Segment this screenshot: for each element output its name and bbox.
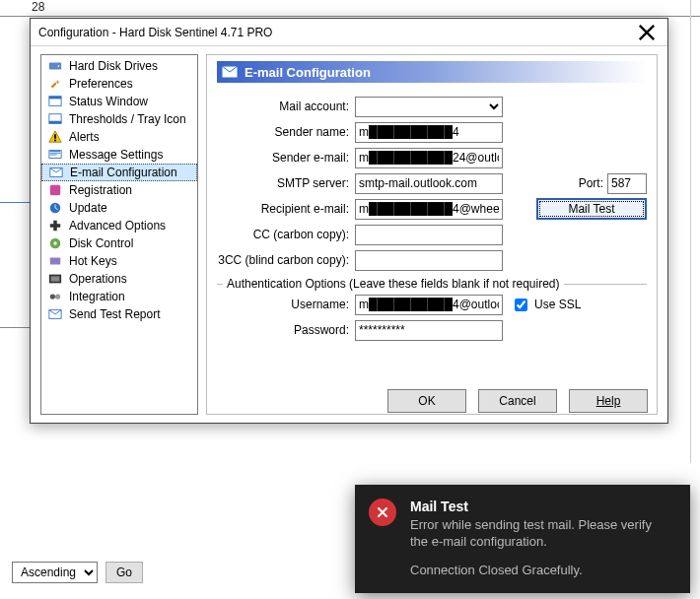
help-button[interactable]: Help bbox=[569, 389, 648, 413]
disk-control-icon bbox=[47, 235, 63, 251]
bcc-input[interactable] bbox=[355, 250, 503, 271]
nav-status-window[interactable]: Status Window bbox=[41, 93, 197, 110]
svg-point-1 bbox=[58, 65, 60, 67]
mail-account-select[interactable] bbox=[355, 97, 503, 117]
advanced-icon bbox=[47, 218, 63, 233]
registration-icon bbox=[47, 182, 63, 198]
nav-registration[interactable]: Registration bbox=[41, 181, 197, 199]
sender-name-input[interactable] bbox=[355, 122, 503, 143]
update-icon bbox=[47, 200, 63, 216]
message-icon bbox=[47, 147, 63, 163]
go-button[interactable]: Go bbox=[105, 562, 143, 583]
dialog-title: Configuration - Hard Disk Sentinel 4.71 … bbox=[38, 26, 272, 39]
password-input[interactable] bbox=[355, 320, 503, 341]
hotkeys-icon bbox=[47, 253, 63, 269]
cancel-button[interactable]: Cancel bbox=[478, 389, 557, 413]
sender-email-input[interactable] bbox=[355, 148, 503, 168]
svg-rect-5 bbox=[49, 121, 61, 124]
svg-rect-18 bbox=[51, 276, 60, 281]
svg-rect-6 bbox=[54, 134, 56, 138]
port-label: Port: bbox=[579, 176, 603, 190]
window-icon bbox=[47, 94, 63, 109]
wrench-icon bbox=[47, 76, 63, 92]
recipient-email-label: Recipient e-mail: bbox=[217, 202, 355, 216]
background-number: 28 bbox=[32, 0, 44, 14]
svg-rect-7 bbox=[54, 140, 56, 142]
svg-point-19 bbox=[50, 294, 55, 299]
nav-hard-disk-drives[interactable]: Hard Disk Drives bbox=[41, 57, 197, 75]
close-button[interactable] bbox=[632, 23, 662, 42]
nav-send-test-report[interactable]: Send Test Report bbox=[41, 305, 197, 323]
nav-hot-keys[interactable]: Hot Keys bbox=[41, 252, 197, 270]
svg-rect-10 bbox=[50, 185, 61, 196]
nav-update[interactable]: Update bbox=[41, 199, 197, 217]
toast-footer: Connection Closed Gracefully. bbox=[410, 563, 672, 577]
section-title: E-mail Configuration bbox=[217, 61, 647, 83]
ok-button[interactable]: OK bbox=[387, 389, 466, 413]
sender-email-label: Sender e-mail: bbox=[217, 151, 355, 165]
smtp-server-label: SMTP server: bbox=[217, 176, 355, 190]
toast-body: Error while sending test mail. Please ve… bbox=[410, 516, 672, 551]
nav-integration[interactable]: Integration bbox=[41, 288, 197, 305]
nav-advanced-options[interactable]: Advanced Options bbox=[41, 217, 197, 234]
username-input[interactable] bbox=[355, 295, 503, 315]
bcc-label: 3CC (blind carbon copy): bbox=[217, 253, 355, 267]
nav-operations[interactable]: Operations bbox=[41, 270, 197, 288]
svg-point-15 bbox=[53, 241, 57, 245]
nav-email-configuration[interactable]: E-mail Configuration bbox=[41, 164, 197, 181]
dialog-titlebar[interactable]: Configuration - Hard Disk Sentinel 4.71 … bbox=[31, 19, 667, 46]
password-label: Password: bbox=[217, 323, 355, 337]
email-icon bbox=[48, 165, 64, 180]
username-label: Username: bbox=[217, 298, 355, 311]
alert-icon bbox=[47, 129, 63, 145]
auth-options-fieldset: Authentication Options (Leave these fiel… bbox=[217, 284, 647, 344]
recipient-email-input[interactable] bbox=[355, 199, 503, 220]
nav-disk-control[interactable]: Disk Control bbox=[41, 234, 197, 252]
svg-rect-13 bbox=[53, 221, 57, 232]
cc-input[interactable] bbox=[355, 225, 503, 245]
nav-preferences[interactable]: Preferences bbox=[41, 75, 197, 93]
tray-icon bbox=[47, 111, 63, 127]
integration-icon bbox=[47, 289, 63, 304]
svg-rect-16 bbox=[50, 258, 61, 265]
config-nav-list[interactable]: Hard Disk Drives Preferences Status Wind… bbox=[40, 54, 198, 415]
smtp-server-input[interactable] bbox=[355, 173, 503, 194]
auth-legend: Authentication Options (Leave these fiel… bbox=[223, 277, 564, 291]
use-ssl-label: Use SSL bbox=[534, 298, 581, 311]
mail-test-button[interactable]: Mail Test bbox=[536, 198, 647, 220]
mail-test-toast[interactable]: Mail Test Error while sending test mail.… bbox=[355, 485, 690, 593]
email-config-panel: E-mail Configuration Mail account: Sende… bbox=[206, 54, 658, 415]
report-icon bbox=[47, 306, 63, 322]
error-icon bbox=[369, 499, 396, 526]
nav-alerts[interactable]: Alerts bbox=[41, 128, 197, 146]
operations-icon bbox=[47, 271, 63, 287]
close-icon bbox=[638, 24, 656, 41]
sort-order-select[interactable]: Ascending bbox=[12, 562, 98, 583]
svg-point-20 bbox=[55, 294, 60, 299]
configuration-dialog: Configuration - Hard Disk Sentinel 4.71 … bbox=[30, 18, 668, 424]
nav-thresholds[interactable]: Thresholds / Tray Icon bbox=[41, 110, 197, 128]
port-input[interactable] bbox=[607, 173, 647, 194]
sender-name-label: Sender name: bbox=[217, 125, 355, 139]
nav-message-settings[interactable]: Message Settings bbox=[41, 146, 197, 164]
use-ssl-checkbox[interactable] bbox=[515, 299, 527, 311]
envelope-icon bbox=[221, 63, 239, 81]
hdd-icon bbox=[47, 58, 63, 74]
cc-label: CC (carbon copy): bbox=[217, 228, 355, 241]
use-ssl-checkbox-wrap[interactable]: Use SSL bbox=[511, 296, 581, 314]
svg-rect-3 bbox=[49, 97, 61, 100]
toast-title: Mail Test bbox=[410, 499, 672, 514]
mail-account-label: Mail account: bbox=[217, 100, 355, 113]
